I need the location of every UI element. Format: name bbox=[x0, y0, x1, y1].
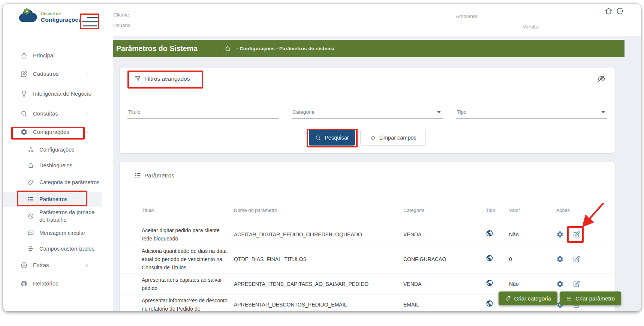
parameters-header: Parâmetros bbox=[120, 162, 615, 189]
list-icon bbox=[566, 296, 572, 302]
filter-field-tipo[interactable]: Tipo bbox=[456, 104, 607, 119]
row-1-edit-button[interactable] bbox=[573, 231, 580, 238]
filters-title: Filtros avançados bbox=[144, 75, 190, 82]
topbar-actions bbox=[604, 7, 625, 15]
table-header-row: TítuloNome do parâmetroCategoriaTipoValo… bbox=[120, 189, 615, 224]
sidebar-item-label: Consultas bbox=[33, 110, 58, 117]
sidebar-item-principal[interactable]: Principal bbox=[3, 47, 102, 64]
cell-nome: APRESENTA_ITENS_CAPITAES_AO_SALVAR_PEDID… bbox=[234, 280, 403, 288]
sidebar-item-label: Parâmetros da jornada de trabalho bbox=[39, 209, 102, 224]
sidebar-item-label: Campos customizados bbox=[39, 245, 94, 252]
sidebar-item-mensagem-circular[interactable]: Mensagem circular bbox=[3, 225, 102, 240]
topbar: Central de Configurações Cliente: Usuári… bbox=[3, 4, 641, 36]
app-logo: Central de Configurações bbox=[17, 8, 82, 26]
row-actions bbox=[556, 255, 606, 263]
cell-nome: APRESENTAR_DESCONTOS_PEDIDO_EMAIL bbox=[234, 300, 403, 309]
edit-icon bbox=[20, 70, 28, 78]
criar-categoria-button[interactable]: Criar categoria bbox=[499, 291, 557, 305]
sidebar-item-label: Desbloqueios bbox=[39, 162, 72, 169]
row-3-settings-button[interactable] bbox=[556, 280, 564, 288]
nodes-icon bbox=[27, 146, 34, 153]
field-placeholder: Categoria bbox=[292, 109, 315, 115]
search-button[interactable]: Pesquisar bbox=[309, 130, 355, 146]
app-window: Central de Configurações Cliente: Usuári… bbox=[3, 4, 641, 311]
sidebar-item-label: Mensagem circular bbox=[39, 229, 85, 237]
cell-valor: Não bbox=[509, 280, 556, 288]
sidebar-item-label: Extras bbox=[33, 261, 49, 269]
sidebar-item-label: Configurações bbox=[39, 146, 75, 153]
logout-icon[interactable] bbox=[616, 7, 625, 15]
breadcrumb-home-icon bbox=[225, 45, 231, 52]
sidebar-item-label: Categoria de parâmetros bbox=[39, 179, 99, 186]
chevron-right-icon bbox=[84, 111, 89, 116]
globe-icon bbox=[486, 279, 509, 289]
table-row-1: Aceitar digitar pedido para cliente rede… bbox=[120, 224, 615, 245]
eraser-icon bbox=[370, 135, 376, 141]
filters-header: Filtros avançados bbox=[120, 68, 615, 90]
user-label: Usuário bbox=[113, 23, 131, 28]
cell-categoria: EMAIL bbox=[403, 300, 486, 309]
layers-icon bbox=[27, 245, 34, 252]
row-2-edit-button[interactable] bbox=[573, 255, 580, 263]
page-title: Parâmetros do Sistema bbox=[113, 44, 217, 53]
clear-fields-button[interactable]: Limpar campos bbox=[360, 130, 426, 146]
sidebar-item-inteligencia-de-negocio[interactable]: Inteligência de Negócio bbox=[3, 84, 102, 104]
sidebar-item-cadastros[interactable]: Cadastros bbox=[3, 66, 102, 82]
printer-icon bbox=[20, 280, 28, 287]
hide-filters-icon[interactable] bbox=[597, 74, 606, 83]
chevron-right-icon bbox=[84, 92, 89, 96]
sidebar-item-relatorios[interactable]: Relatórios bbox=[3, 275, 102, 292]
sidebar-item-consultas[interactable]: Consultas bbox=[3, 105, 102, 122]
sidebar-item-desbloqueios[interactable]: Desbloqueios bbox=[3, 158, 102, 173]
column-header-nome-do-parametro: Nome do parâmetro bbox=[234, 207, 403, 213]
row-2-settings-button[interactable] bbox=[556, 255, 564, 263]
plus-icon bbox=[20, 261, 28, 269]
message-icon bbox=[27, 230, 34, 236]
menu-toggle-button[interactable] bbox=[82, 15, 99, 28]
field-placeholder: Tipo bbox=[457, 109, 467, 115]
advanced-filters-card: Filtros avançados TituloCategoriaTipo Pe… bbox=[120, 68, 615, 153]
sidebar-item-parametros[interactable]: Parâmetros bbox=[3, 192, 102, 207]
cell-nome: ACEITAR_DIGITAR_PEDIDO_CLIREDEBLOQUEADO bbox=[234, 230, 403, 239]
row-actions bbox=[556, 231, 606, 238]
unlock-icon bbox=[27, 162, 34, 169]
filter-field-titulo[interactable]: Titulo bbox=[127, 104, 279, 119]
sidebar-item-label: Principal bbox=[33, 52, 55, 59]
sidebar: PrincipalCadastrosInteligência de Negóci… bbox=[3, 36, 113, 311]
cell-titulo: Apresentar informac?es de desconto no re… bbox=[142, 296, 234, 311]
filter-actions: Pesquisar Limpar campos bbox=[120, 130, 615, 146]
cell-categoria: VENDA bbox=[403, 280, 486, 288]
sidebar-item-categoria-de-parametros[interactable]: Categoria de parâmetros bbox=[3, 174, 102, 191]
list-icon bbox=[134, 172, 141, 179]
sidebar-item-configuracoes[interactable]: Configurações bbox=[3, 142, 102, 157]
row-actions bbox=[556, 280, 606, 288]
tag-icon bbox=[505, 296, 511, 302]
criar-parametro-button[interactable]: Criar parâmetro bbox=[560, 291, 621, 305]
chevron-right-icon bbox=[84, 263, 89, 268]
cell-valor: 0 bbox=[509, 255, 556, 263]
chevron-right-icon bbox=[84, 72, 89, 77]
home-icon[interactable] bbox=[604, 7, 613, 15]
sidebar-item-label: Inteligência de Negócio bbox=[33, 90, 91, 98]
dropdown-caret-icon bbox=[601, 111, 605, 113]
sidebar-item-label: Configurações bbox=[33, 128, 69, 136]
bulb-icon bbox=[20, 90, 28, 98]
clock-icon bbox=[27, 213, 34, 219]
sidebar-item-extras[interactable]: Extras bbox=[3, 257, 102, 273]
sidebar-item-configuracoes[interactable]: Configurações bbox=[3, 124, 102, 140]
sidebar-item-label: Relatórios bbox=[33, 280, 58, 287]
tag-icon bbox=[27, 179, 34, 186]
filter-field-categoria[interactable]: Categoria bbox=[292, 104, 443, 119]
globe-icon bbox=[486, 230, 509, 239]
sidebar-item-label: Cadastros bbox=[33, 70, 58, 78]
row-3-edit-button[interactable] bbox=[573, 280, 580, 288]
sidebar-item-campos-customizados[interactable]: Campos customizados bbox=[3, 241, 102, 256]
sidebar-item-parametros-da-jornada-de-trabalho[interactable]: Parâmetros da jornada de trabalho bbox=[3, 207, 102, 225]
cell-valor: Não bbox=[509, 230, 556, 239]
list-icon bbox=[27, 196, 34, 203]
filter-fields: TituloCategoriaTipo bbox=[120, 104, 615, 119]
column-header-categoria: Categoria bbox=[403, 207, 486, 213]
row-1-settings-button[interactable] bbox=[556, 231, 564, 238]
home-icon bbox=[20, 52, 28, 59]
globe-icon bbox=[486, 254, 509, 264]
